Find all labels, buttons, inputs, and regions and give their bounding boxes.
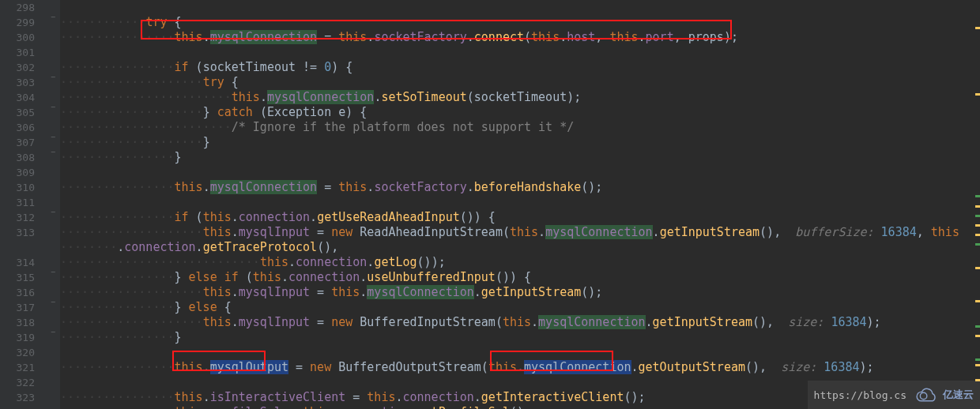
cloud-logo-icon [911, 385, 938, 404]
line-number: 318 [0, 315, 35, 330]
error-stripe-mark[interactable] [975, 205, 980, 208]
line-number: 304 [0, 90, 35, 105]
line-number-gutter: 2982993003013023033043053063073083093103… [0, 0, 49, 409]
fold-column[interactable]: −−−−−−−−− [49, 0, 60, 409]
code-line[interactable]: ····················try { [60, 75, 980, 90]
error-stripe-mark[interactable] [975, 27, 980, 29]
code-line[interactable] [60, 195, 980, 210]
line-number: 317 [0, 300, 35, 315]
code-line[interactable]: ····················} [60, 135, 980, 150]
line-number: 301 [0, 45, 35, 60]
error-stripe-mark[interactable] [975, 224, 980, 227]
line-number: 320 [0, 345, 35, 360]
code-editor[interactable]: 2982993003013023033043053063073083093103… [0, 0, 980, 409]
code-line[interactable]: ················} else if (this.connecti… [60, 270, 980, 285]
fold-toggle-icon[interactable]: − [51, 73, 55, 81]
error-stripe-mark[interactable] [975, 364, 980, 366]
code-line[interactable]: ························/* Ignore if the… [60, 120, 980, 135]
line-number: 313 [0, 225, 35, 240]
line-number: 321 [0, 360, 35, 375]
line-number: 324 [0, 405, 35, 409]
line-number: 298 [0, 0, 35, 15]
code-area[interactable]: ············try { ················this.m… [60, 0, 980, 409]
code-line[interactable]: ····················} catch (Exception e… [60, 105, 980, 120]
code-line[interactable] [60, 0, 980, 15]
line-number: 319 [0, 330, 35, 345]
line-number: 306 [0, 120, 35, 135]
code-line[interactable] [60, 165, 980, 180]
code-line[interactable] [60, 345, 980, 360]
code-line[interactable]: ················} else { [60, 300, 980, 315]
code-line[interactable]: ················this.mysqlConnection = t… [60, 180, 980, 195]
line-number: 315 [0, 270, 35, 285]
fold-toggle-icon[interactable]: − [51, 148, 55, 156]
code-line[interactable]: ················this.mysqlConnection = t… [60, 30, 980, 45]
code-line[interactable]: ················} [60, 330, 980, 345]
error-stripe-mark[interactable] [975, 300, 980, 302]
line-number: 303 [0, 75, 35, 90]
fold-toggle-icon[interactable]: − [51, 208, 55, 216]
fold-toggle-icon[interactable]: − [51, 328, 55, 336]
line-number: 309 [0, 165, 35, 180]
fold-toggle-icon[interactable]: − [51, 13, 55, 21]
line-number: 305 [0, 105, 35, 120]
line-number: 314 [0, 255, 35, 270]
error-stripe-mark[interactable] [975, 243, 980, 246]
fold-toggle-icon[interactable]: − [51, 268, 55, 276]
code-line[interactable] [60, 45, 980, 60]
line-number: 299 [0, 15, 35, 30]
code-line[interactable]: ························this.mysqlConnec… [60, 90, 980, 105]
code-line[interactable]: ····················this.mysqlInput = ne… [60, 225, 980, 240]
line-number: 310 [0, 180, 35, 195]
fold-toggle-icon[interactable]: − [51, 298, 55, 306]
error-stripe-mark[interactable] [975, 358, 980, 361]
watermark: https://blog.cs 亿速云 [808, 381, 980, 409]
line-number: 307 [0, 135, 35, 150]
error-stripe-mark[interactable] [975, 93, 980, 96]
code-line[interactable]: ····················this.mysqlInput = th… [60, 285, 980, 300]
fold-toggle-icon[interactable]: − [51, 133, 55, 141]
line-number: 322 [0, 375, 35, 390]
code-line[interactable]: ················this.mysqlOutput = new B… [60, 360, 980, 375]
watermark-brand: 亿速云 [943, 388, 974, 402]
error-stripe-mark[interactable] [975, 335, 980, 337]
line-number: 308 [0, 150, 35, 165]
code-line[interactable]: ················} [60, 150, 980, 165]
error-stripe-mark[interactable] [975, 234, 980, 236]
code-line[interactable]: ····················this.mysqlInput = ne… [60, 315, 980, 330]
line-number: 311 [0, 195, 35, 210]
code-line[interactable]: ········.connection.getTraceProtocol(), [60, 240, 980, 255]
line-number: 300 [0, 30, 35, 45]
error-stripe-mark[interactable] [975, 195, 980, 197]
error-stripe-mark[interactable] [975, 215, 980, 217]
watermark-text: https://blog.cs [814, 389, 906, 401]
line-number: 316 [0, 285, 35, 300]
svg-point-2 [920, 392, 927, 400]
line-number [0, 240, 35, 255]
fold-toggle-icon[interactable]: − [51, 103, 55, 111]
error-stripe[interactable] [974, 0, 980, 409]
line-number: 302 [0, 60, 35, 75]
error-stripe-mark[interactable] [975, 267, 980, 269]
error-stripe-mark[interactable] [975, 325, 980, 328]
code-line[interactable]: ····························this.connect… [60, 255, 980, 270]
code-line[interactable]: ············try { [60, 15, 980, 30]
line-number: 312 [0, 210, 35, 225]
code-line[interactable]: ················if (this.connection.getU… [60, 210, 980, 225]
code-line[interactable]: ················if (socketTimeout != 0) … [60, 60, 980, 75]
line-number: 323 [0, 390, 35, 405]
